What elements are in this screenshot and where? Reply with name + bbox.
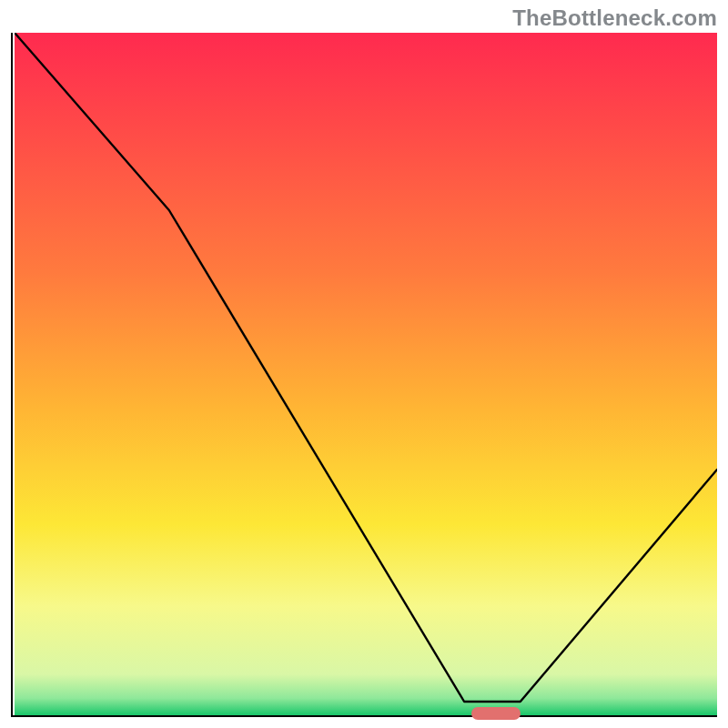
gradient-background: [15, 33, 717, 715]
watermark-text: TheBottleneck.com: [512, 5, 717, 31]
optimal-range-marker: [471, 707, 521, 720]
chart-frame: [11, 33, 717, 717]
chart-plot: [15, 33, 717, 715]
